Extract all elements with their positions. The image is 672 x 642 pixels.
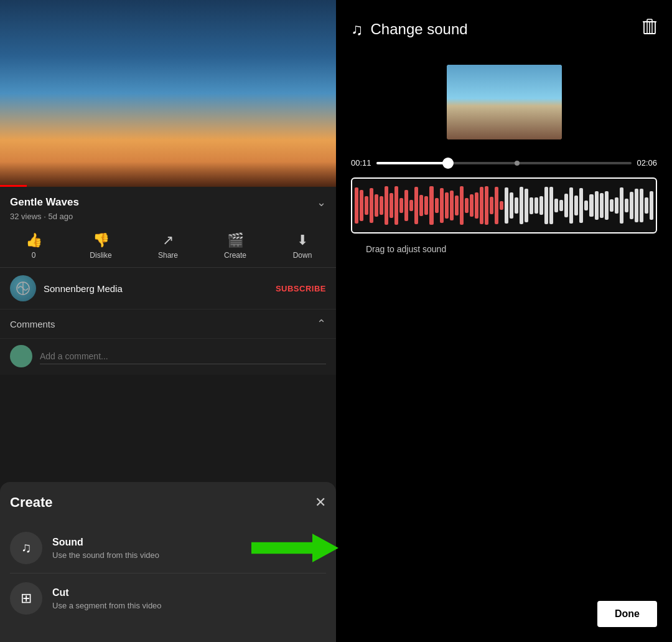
waveform-bar <box>640 189 643 223</box>
timeline-row: 00:11 02:06 <box>336 158 672 168</box>
comment-input[interactable] <box>40 349 326 364</box>
waveform-bar <box>470 194 474 217</box>
create-icon: 🎬 <box>227 232 244 248</box>
avatar <box>10 275 36 301</box>
waveform-bar <box>650 191 653 220</box>
waveform-bar <box>375 194 378 216</box>
sound-icon-circle: ♫ <box>10 532 42 564</box>
music-note-icon: ♫ <box>351 20 363 39</box>
waveform-bar <box>559 200 563 212</box>
waveform-bar <box>414 187 418 225</box>
waveform-bar <box>595 191 599 220</box>
download-label: Down <box>293 251 312 260</box>
waveform-bar <box>429 186 433 225</box>
dislike-label: Dislike <box>90 251 111 260</box>
timeline-track[interactable] <box>376 162 632 164</box>
waveform-bar <box>380 196 383 215</box>
waveform-bar <box>435 198 439 214</box>
cut-item[interactable]: ⊞ Cut Use a segment from this video <box>10 574 326 623</box>
comments-toggle-icon[interactable]: ⌃ <box>317 317 326 331</box>
waveform-bar <box>564 194 568 217</box>
create-label: Create <box>224 251 246 260</box>
video-title: Gentle Waves <box>10 196 79 209</box>
left-panel: Gentle Waves ⌄ 32 views · 5d ago 👍 0 👎 D… <box>0 0 336 642</box>
waveform-bar <box>630 192 633 219</box>
create-panel-title: Create <box>10 494 52 511</box>
video-title-row: Gentle Waves ⌄ <box>10 196 326 209</box>
waveform-bar <box>530 197 533 214</box>
create-button[interactable]: 🎬 Create <box>202 232 269 260</box>
waveform-bar <box>589 194 593 217</box>
waveform-bar <box>569 187 573 224</box>
waveform-bar <box>360 190 363 220</box>
waveform-bar <box>625 199 628 212</box>
waveform-bar <box>404 190 408 221</box>
waveform-bar <box>505 187 508 224</box>
waveform-bar <box>399 198 403 213</box>
drag-label-container: Drag to adjust sound <box>336 234 672 255</box>
waveform-bar <box>574 196 578 216</box>
download-button[interactable]: ⬇ Down <box>269 232 336 260</box>
waveform-bar <box>635 189 638 222</box>
preview-image <box>447 65 562 139</box>
waveform-bar <box>460 186 464 225</box>
waveform-bar <box>645 197 648 214</box>
waveform-bar <box>615 197 618 213</box>
change-sound-title: Change sound <box>371 21 468 38</box>
like-button[interactable]: 👍 0 <box>0 232 67 260</box>
cut-icon-circle: ⊞ <box>10 582 42 615</box>
subscribe-button[interactable]: SUBSCRIBE <box>276 284 326 293</box>
waveform-bar <box>485 186 488 225</box>
waveform-bar <box>549 187 553 224</box>
waveform-bar <box>465 198 469 212</box>
timeline-handle[interactable] <box>442 158 454 169</box>
download-icon: ⬇ <box>297 232 308 248</box>
dislike-button[interactable]: 👎 Dislike <box>67 232 134 260</box>
waveform-bar <box>440 188 444 223</box>
waveform-bar <box>584 201 588 210</box>
timeline-marker <box>515 161 520 166</box>
right-main: 00:11 02:06 Drag to adjust sound <box>336 52 672 642</box>
waveform-bar <box>365 196 368 215</box>
sound-item[interactable]: ♫ Sound Use the sound from this video <box>10 523 326 573</box>
waveform-bar <box>520 187 523 224</box>
waveform-bar <box>600 193 604 219</box>
green-arrow-icon <box>251 534 338 562</box>
sound-icon: ♫ <box>21 540 32 556</box>
share-label: Share <box>158 251 178 260</box>
channel-name[interactable]: Sonnenberg Media <box>44 283 268 294</box>
right-panel: ♫ Change sound 00:1 <box>336 0 672 642</box>
video-thumbnail <box>0 0 336 187</box>
waveform-bar <box>539 196 543 215</box>
progress-bar <box>0 185 27 187</box>
waveform-bar <box>620 187 623 224</box>
trash-icon[interactable] <box>642 19 657 40</box>
channel-row: Sonnenberg Media SUBSCRIBE <box>0 268 336 309</box>
waveform-bar <box>554 199 558 212</box>
sound-item-title: Sound <box>52 537 159 548</box>
waveform-container[interactable] <box>351 177 657 234</box>
waveform-bar <box>605 191 609 219</box>
done-button[interactable]: Done <box>597 601 657 627</box>
timeline-progress <box>376 162 453 164</box>
waveform-bar <box>419 195 423 215</box>
comments-input-row <box>0 339 336 375</box>
waveform-bar <box>490 197 493 214</box>
waveform-bar <box>510 192 513 219</box>
actions-row: 👍 0 👎 Dislike ↗ Share 🎬 Create ⬇ Down <box>0 227 336 268</box>
right-header-left: ♫ Change sound <box>351 20 468 39</box>
waveform-bar <box>534 197 538 213</box>
cut-item-title: Cut <box>52 587 162 598</box>
comments-label: Comments <box>10 319 55 329</box>
cut-icon: ⊞ <box>21 590 32 607</box>
close-button[interactable]: ✕ <box>315 494 326 511</box>
comments-section: Comments ⌃ <box>0 309 336 339</box>
waveform-bar <box>409 200 413 211</box>
sound-item-text: Sound Use the sound from this video <box>52 537 159 560</box>
dislike-icon: 👎 <box>93 232 110 248</box>
video-info: Gentle Waves ⌄ 32 views · 5d ago <box>0 187 336 227</box>
chevron-down-icon[interactable]: ⌄ <box>317 196 326 209</box>
waveform-bar <box>455 196 459 215</box>
share-button[interactable]: ↗ Share <box>134 232 202 260</box>
share-icon: ↗ <box>162 232 174 248</box>
